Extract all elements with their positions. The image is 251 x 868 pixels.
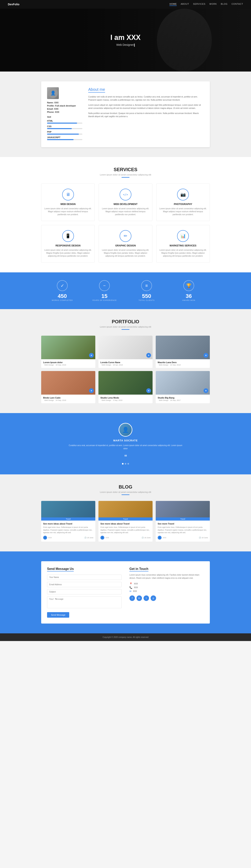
marketing-icon: 📊 xyxy=(177,230,189,242)
portfolio-info-1: Lorem Ipsum dolor Web Design 18 Sep, 201… xyxy=(41,359,95,368)
portfolio-item-6: + Studio Big Bang Web Design 18 Sep, 201… xyxy=(156,371,210,403)
portfolio-plus-1[interactable]: + xyxy=(89,353,94,358)
skill-html-fill xyxy=(47,123,77,124)
blog-thumb-2: Travel xyxy=(99,501,152,521)
blog-avatar-1: 👤 xyxy=(43,536,47,539)
name-row: Name: XXX xyxy=(47,101,82,104)
portfolio-plus-4[interactable]: + xyxy=(89,388,94,393)
marketing-desc: Lorem ipsum dolor sit amet consectetur a… xyxy=(159,249,207,257)
testimonial-name: MARTA SOCRATE xyxy=(4,439,247,442)
blog-text-2: Proin eget tortor risus. Pellentesque in… xyxy=(100,526,151,534)
social-icons: f in t p xyxy=(130,595,204,601)
send-button[interactable]: Send Message xyxy=(47,612,69,618)
blog-body-2: See more ideas about Travel Proin eget t… xyxy=(99,521,152,541)
testimonial-quote-icon: ❝ xyxy=(4,453,247,460)
nav-blog[interactable]: BLOG xyxy=(221,3,228,6)
portfolio-plus-2[interactable]: + xyxy=(146,353,151,358)
testimonial-dot-1[interactable] xyxy=(122,463,123,465)
hero-title: I am XXX xyxy=(110,33,141,42)
contact-address: 📍 XXX xyxy=(130,583,204,585)
portfolio-info-6: Studio Big Bang Web Design 18 Sep, 2017 xyxy=(156,395,210,403)
nav-services[interactable]: SERVICES xyxy=(193,3,205,6)
responsive-name: RESPONSIVE DESIGN xyxy=(44,244,92,247)
testimonial-dot-3[interactable] xyxy=(128,463,129,465)
stat-works-number: 450 xyxy=(41,293,83,299)
bio-para-1: Curabitur veri nulla sit amet nis tempus… xyxy=(88,95,204,102)
portfolio-plus-3[interactable]: + xyxy=(204,353,208,358)
about-info: Name: XXX Profile: Full-stack developer … xyxy=(47,101,82,113)
skill-js-label: JAVASCRIPT xyxy=(47,136,82,138)
photography-name: PHOTOGRAPHY xyxy=(159,203,207,206)
photography-icon: 📷 xyxy=(177,189,189,200)
services-subtitle: Lorem ipsum dolor sit amet consectetur a… xyxy=(4,174,247,176)
email-field xyxy=(47,582,121,587)
blog-card-3: Travel See more Travel Proin eget tortor… xyxy=(156,501,210,541)
portfolio-item-1: + Lorem Ipsum dolor Web Design 18 Sep, 2… xyxy=(41,336,95,368)
email-input[interactable] xyxy=(47,582,121,587)
stat-clients-icon: ≡ xyxy=(141,280,152,291)
social-facebook[interactable]: f xyxy=(130,595,135,601)
portfolio-image-1 xyxy=(41,336,95,359)
portfolio-meta-2: Web Design 18 Apr, 2018 xyxy=(100,364,151,366)
testimonial-dot-2[interactable] xyxy=(125,463,126,465)
portfolio-meta-4: Web Design 24 Sep, 2018 xyxy=(43,399,93,401)
contact-section: Send Message Us Send Message Get in Touc… xyxy=(0,551,251,633)
phone-row: Phone: XXX xyxy=(47,111,82,113)
skill-php-label: PHP xyxy=(47,131,82,133)
blog-avatar-2: 👤 xyxy=(100,536,104,539)
hero-subtitle: Web Designer| xyxy=(110,43,141,46)
message-input[interactable] xyxy=(47,596,121,608)
nav-logo: DevFolio xyxy=(8,3,20,6)
blog-card-1: Travel See more ideas about Travel Proin… xyxy=(41,501,95,541)
blog-section: BLOG Lorem ipsum dolor sit amet consecte… xyxy=(0,474,251,551)
blog-avatar-3: 👤 xyxy=(158,536,162,539)
blog-text-1: Proin eget tortor risus. Pellentesque in… xyxy=(43,526,93,534)
skills-section: Skill HTML CSS PHP JAVASCRIPT xyxy=(47,116,82,140)
graphic-name: GRAPHIC DESIGN xyxy=(102,244,149,247)
portfolio-plus-6[interactable]: + xyxy=(204,388,208,393)
social-linkedin[interactable]: in xyxy=(137,595,142,601)
blog-body-3: See more Travel Proin eget tortor risus.… xyxy=(156,521,210,541)
portfolio-plus-5[interactable]: + xyxy=(146,388,151,393)
navbar: DevFolio HOME ABOUT SERVICES WORK BLOG C… xyxy=(0,0,251,9)
testimonial-text: Curabitur arcu erat, accumsan id imperdi… xyxy=(67,444,184,450)
blog-card-2: Travel See more ideas about Travel Proin… xyxy=(99,501,152,541)
social-twitter[interactable]: t xyxy=(144,595,149,601)
stat-awards-label: AWARD WON xyxy=(168,299,210,301)
blog-author-1: 👤 XXX 🕐 18 June xyxy=(43,536,93,539)
about-right: About me Curabitur veri nulla sit amet n… xyxy=(88,87,204,141)
portfolio-info-5: Studio Lena Modo Web Design 3 Sep, 2018 xyxy=(99,395,152,403)
portfolio-subtitle: Lorem ipsum dolor sit amet consectetur a… xyxy=(4,326,247,328)
nav-links: HOME ABOUT SERVICES WORK BLOG CONTACT xyxy=(170,3,243,6)
subject-input[interactable] xyxy=(47,589,121,594)
bio-para-2: Lorem ipsum aliquit sit, eget molestie n… xyxy=(88,103,204,110)
contact-info: Get in Touch Lorem ipsum risus consectet… xyxy=(130,567,204,618)
blog-title-1: See more ideas about Travel xyxy=(43,523,93,525)
social-pinterest[interactable]: p xyxy=(151,595,156,601)
nav-home[interactable]: HOME xyxy=(170,3,177,6)
email-row: Email: XXX xyxy=(47,108,82,110)
skill-css-label: CSS xyxy=(47,125,82,127)
nav-work[interactable]: WORK xyxy=(209,3,217,6)
portfolio-divider xyxy=(121,329,130,330)
nav-about[interactable]: ABOUT xyxy=(181,3,189,6)
blog-text-3: Proin eget tortor risus. Pellentesque in… xyxy=(158,526,208,534)
portfolio-image-5 xyxy=(99,371,152,395)
name-input[interactable] xyxy=(47,575,121,580)
contact-phone: 📞 XXX xyxy=(130,586,204,589)
portfolio-name-2: Loreda Curvo Nane xyxy=(100,361,151,364)
portfolio-name-1: Lorem Ipsum dolor xyxy=(43,361,93,364)
portfolio-name-3: Maurito Lana Dero xyxy=(158,361,208,364)
blog-thumb-1: Travel xyxy=(41,501,95,521)
portfolio-item-5: + Studio Lena Modo Web Design 3 Sep, 201… xyxy=(99,371,152,403)
blog-author-3: 👤 XXX 🕐 18 June xyxy=(158,536,208,539)
blog-title-3: See more Travel xyxy=(158,523,208,525)
blog-title-2: See more ideas about Travel xyxy=(100,523,151,525)
portfolio-thumb-2: + xyxy=(99,336,152,359)
phone-icon: 📞 xyxy=(130,586,132,589)
nav-contact[interactable]: CONTACT xyxy=(231,3,243,6)
hero-text: I am XXX Web Designer| xyxy=(110,33,141,46)
footer-text: Copyright © 2020 company name. All right… xyxy=(103,636,148,638)
email-icon: ✉ xyxy=(130,590,131,593)
skill-html-bar xyxy=(47,123,82,124)
